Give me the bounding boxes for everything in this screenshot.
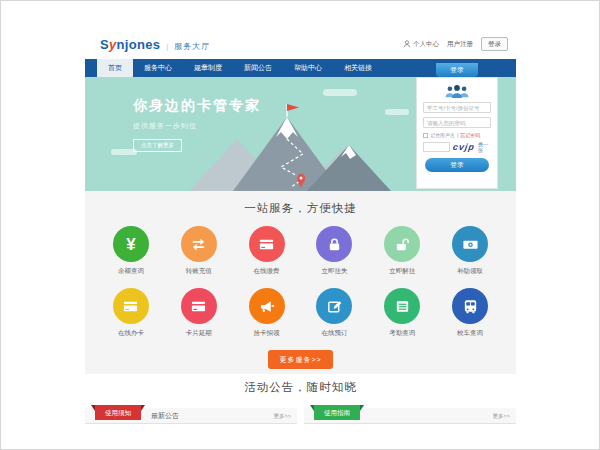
service-circle — [384, 226, 420, 262]
usage-notice-ribbon[interactable]: 使用须知 — [95, 405, 141, 420]
card-icon — [258, 236, 275, 253]
transfer-icon — [190, 236, 207, 253]
service-circle — [181, 226, 217, 262]
forgot-password-link[interactable]: 忘记密码 — [460, 132, 480, 138]
login-widget: 登录 记住用户名 | 忘记密码 — [416, 63, 498, 189]
unlock-icon — [394, 236, 411, 253]
service-label: 考勤查询 — [389, 329, 415, 338]
screenshot-frame: Synjones | 服务大厅 个人中心 用户注册 登录 首页 服务中心 规章制… — [0, 0, 600, 450]
service-item-apply-card[interactable]: 在线办卡 — [97, 288, 165, 338]
bus-icon — [462, 298, 479, 315]
login-options-row: 记住用户名 | 忘记密码 — [423, 132, 491, 138]
nav-item-home[interactable]: 首页 — [97, 59, 133, 77]
edit-icon — [326, 298, 343, 315]
service-label: 余额查询 — [118, 267, 144, 276]
nav-item-news[interactable]: 新闻公告 — [233, 59, 283, 77]
personal-center-link[interactable]: 个人中心 — [403, 40, 439, 49]
login-id-input[interactable] — [423, 102, 491, 113]
lock-icon — [326, 236, 343, 253]
captcha-image[interactable]: cvjp — [452, 142, 475, 152]
usage-guide-ribbon[interactable]: 使用指南 — [314, 405, 360, 420]
notice-panel: 使用须知 最新公告 更多>> — [85, 408, 297, 424]
service-item-attendance[interactable]: 考勤查询 — [368, 288, 436, 338]
service-circle — [249, 288, 285, 324]
service-label: 立即解挂 — [389, 267, 415, 276]
list-icon — [394, 298, 411, 315]
service-item-report-loss[interactable]: 立即挂失 — [301, 226, 369, 276]
nav-item-rules[interactable]: 规章制度 — [183, 59, 233, 77]
service-circle — [181, 288, 217, 324]
card-icon — [122, 298, 139, 315]
user-register-label: 用户注册 — [447, 40, 473, 49]
captcha-refresh-link[interactable]: 换一张 — [478, 141, 491, 153]
notice-panel-bar: 使用须知 最新公告 更多>> — [85, 408, 297, 424]
service-label: 在线办卡 — [118, 329, 144, 338]
captcha-input[interactable] — [423, 142, 450, 152]
service-circle — [113, 288, 149, 324]
service-circle — [249, 226, 285, 262]
service-label: 在线缴费 — [254, 267, 280, 276]
logo[interactable]: Synjones | 服务大厅 — [100, 37, 210, 52]
guide-panel-bar: 使用指南 更多>> — [304, 408, 516, 424]
remember-label: 记住用户名 — [430, 132, 455, 138]
person-icon — [403, 40, 411, 48]
cloud-decoration — [323, 89, 357, 96]
service-item-unlock[interactable]: 立即解挂 — [368, 226, 436, 276]
services-title: 一站服务，方便快捷 — [85, 201, 516, 216]
announcements-title: 活动公告，随时知晓 — [85, 380, 516, 395]
service-item-balance[interactable]: ¥ 余额查询 — [97, 226, 165, 276]
site-subtitle: 服务大厅 — [174, 41, 210, 52]
service-circle — [384, 288, 420, 324]
login-tab[interactable]: 登录 — [436, 63, 478, 77]
login-submit-button[interactable]: 登录 — [425, 158, 489, 172]
guide-panel: 使用指南 更多>> — [304, 408, 516, 424]
guide-more-link[interactable]: 更多>> — [493, 408, 510, 424]
service-label: 立即挂失 — [321, 267, 347, 276]
nav-item-service-center[interactable]: 服务中心 — [133, 59, 183, 77]
remember-checkbox[interactable] — [423, 133, 428, 138]
service-circle — [452, 226, 488, 262]
options-separator: | — [457, 132, 458, 138]
more-services-button[interactable]: 更多服务>> — [268, 350, 332, 369]
nav-item-links[interactable]: 相关链接 — [333, 59, 383, 77]
logo-divider: | — [166, 42, 168, 51]
service-item-pay[interactable]: 在线缴费 — [233, 226, 301, 276]
service-label: 补助领取 — [457, 267, 483, 276]
card-icon — [190, 298, 207, 315]
personal-center-label: 个人中心 — [413, 40, 439, 49]
notice-more-link[interactable]: 更多>> — [274, 408, 291, 424]
announcements-section: 活动公告，随时知晓 使用须知 最新公告 更多>> 使用指南 更多>> — [85, 374, 516, 433]
user-register-link[interactable]: 用户注册 — [447, 40, 473, 49]
hero-subtitle: 提供服务一步到位 — [133, 121, 261, 131]
header-login-button[interactable]: 登录 — [481, 37, 508, 51]
hero-copy: 你身边的卡管专家 提供服务一步到位 点击了解更多 — [133, 97, 261, 152]
login-password-input[interactable] — [423, 117, 491, 128]
service-item-online-booking[interactable]: 在线预订 — [301, 288, 369, 338]
service-item-school-bus[interactable]: 校车查询 — [436, 288, 504, 338]
latest-announcements-tab[interactable]: 最新公告 — [151, 408, 179, 424]
hero-banner: 你身边的卡管专家 提供服务一步到位 点击了解更多 登录 — [85, 77, 516, 191]
captcha-row: cvjp 换一张 — [423, 141, 491, 153]
login-panel: 记住用户名 | 忘记密码 cvjp 换一张 登录 — [416, 77, 498, 189]
banknote-icon — [462, 236, 479, 253]
nav-item-help[interactable]: 帮助中心 — [283, 59, 333, 77]
yen-icon: ¥ — [126, 236, 135, 253]
hero-title: 你身边的卡管专家 — [133, 97, 261, 115]
users-group-icon — [443, 83, 471, 99]
header-right: 个人中心 用户注册 登录 — [403, 37, 508, 51]
service-item-card-renewal[interactable]: 卡片延期 — [165, 288, 233, 338]
service-circle — [316, 288, 352, 324]
service-item-subsidy[interactable]: 补助领取 — [436, 226, 504, 276]
services-section: 一站服务，方便快捷 ¥ 余额查询 转账充值 在线缴费 — [85, 191, 516, 374]
announcement-panels: 使用须知 最新公告 更多>> 使用指南 更多>> — [85, 408, 516, 424]
service-label: 拾卡招领 — [254, 329, 280, 338]
service-item-found-card[interactable]: 拾卡招领 — [233, 288, 301, 338]
service-label: 卡片延期 — [186, 329, 212, 338]
megaphone-icon — [258, 298, 275, 315]
service-item-transfer[interactable]: 转账充值 — [165, 226, 233, 276]
top-header: Synjones | 服务大厅 个人中心 用户注册 登录 — [85, 29, 516, 59]
service-circle — [316, 226, 352, 262]
hero-cta-button[interactable]: 点击了解更多 — [133, 139, 182, 152]
service-label: 转账充值 — [186, 267, 212, 276]
service-label: 校车查询 — [457, 329, 483, 338]
